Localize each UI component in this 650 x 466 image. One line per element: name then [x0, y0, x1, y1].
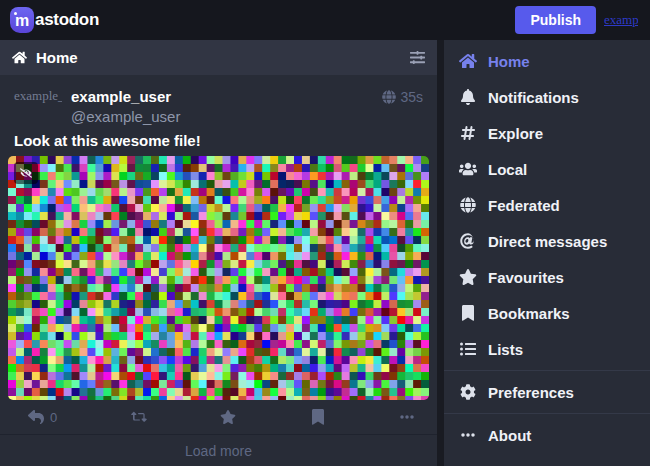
- sidebar-item-local[interactable]: Local: [444, 151, 650, 187]
- sidebar-item-explore[interactable]: Explore: [444, 115, 650, 151]
- sidebar-item-label: Lists: [488, 341, 523, 358]
- avatar[interactable]: example_user: [14, 88, 62, 126]
- ellipsis-icon: [459, 427, 477, 443]
- bookmark-icon: [310, 409, 326, 425]
- status[interactable]: example_user example_user @example_user …: [0, 75, 437, 434]
- logo-letter: m: [15, 13, 29, 29]
- star-icon: [459, 269, 477, 285]
- sidebar-item-label: Notifications: [488, 89, 579, 106]
- reply-icon: [28, 409, 44, 425]
- bookmark-icon: [459, 305, 477, 321]
- sidebar-item-label: Home: [488, 53, 530, 70]
- home-icon: [12, 50, 27, 65]
- gear-icon: [459, 384, 477, 400]
- publish-button[interactable]: Publish: [515, 6, 596, 34]
- hashtag-icon: [459, 125, 477, 141]
- media-attachment[interactable]: [8, 156, 429, 400]
- sidebar-item-label: About: [488, 427, 531, 444]
- sidebar-item-federated[interactable]: Federated: [444, 187, 650, 223]
- sidebar-item-label: Federated: [488, 197, 560, 214]
- sidebar-item-about[interactable]: About: [444, 417, 650, 453]
- main-layout: Home example_user example_user @example_…: [0, 40, 650, 466]
- eye-slash-icon: [20, 167, 32, 179]
- sidebar-item-label: Local: [488, 161, 527, 178]
- boost-button[interactable]: [131, 409, 147, 425]
- globe-visibility-icon: [382, 90, 396, 104]
- status-names: example_user @example_user: [71, 88, 373, 126]
- sidebar-item-label: Preferences: [488, 384, 574, 401]
- sidebar-divider: [444, 413, 650, 414]
- bookmark-button[interactable]: [310, 409, 326, 425]
- sidebar-item-bookmarks[interactable]: Bookmarks: [444, 295, 650, 331]
- home-column: Home example_user example_user @example_…: [0, 40, 437, 466]
- load-more-button[interactable]: Load more: [0, 434, 437, 466]
- status-action-bar: 0: [14, 400, 423, 434]
- sidebar-item-preferences[interactable]: Preferences: [444, 374, 650, 410]
- favourite-button[interactable]: [220, 409, 236, 425]
- noise-image-canvas: [8, 156, 429, 400]
- hide-media-button[interactable]: [14, 162, 38, 184]
- home-icon: [459, 53, 477, 69]
- mastodon-logo[interactable]: m astodon: [10, 7, 99, 33]
- users-icon: [459, 161, 477, 177]
- account-link[interactable]: examp: [604, 12, 638, 28]
- reply-count: 0: [50, 410, 57, 425]
- sidebar-item-label: Favourites: [488, 269, 564, 286]
- bell-icon: [459, 89, 477, 105]
- sidebar-item-direct-messages[interactable]: Direct messages: [444, 223, 650, 259]
- sidebar-divider: [444, 370, 650, 371]
- column-title: Home: [36, 49, 78, 66]
- sidebar-item-notifications[interactable]: Notifications: [444, 79, 650, 115]
- display-name[interactable]: example_user: [71, 88, 373, 105]
- brand-wordmark: astodon: [35, 10, 99, 30]
- status-text: Look at this awesome file!: [14, 131, 423, 151]
- sidebar-item-label: Direct messages: [488, 233, 607, 250]
- ellipsis-icon: [399, 409, 415, 425]
- navigation-panel: Home Notifications Explore Local Federat…: [444, 40, 650, 466]
- sidebar-item-label: Explore: [488, 125, 543, 142]
- reply-button[interactable]: 0: [28, 409, 57, 425]
- sliders-icon: [410, 50, 425, 65]
- column-settings-button[interactable]: [410, 50, 425, 65]
- star-icon: [220, 409, 236, 425]
- sidebar-item-favourites[interactable]: Favourites: [444, 259, 650, 295]
- list-icon: [459, 341, 477, 357]
- column-header[interactable]: Home: [0, 40, 437, 75]
- sidebar-item-home[interactable]: Home: [444, 43, 650, 79]
- top-bar: m astodon Publish examp: [0, 0, 650, 40]
- mastodon-elephant-icon: m: [10, 7, 34, 33]
- status-timestamp[interactable]: 35s: [382, 89, 423, 105]
- sidebar-item-lists[interactable]: Lists: [444, 331, 650, 367]
- sidebar-item-label: Bookmarks: [488, 305, 570, 322]
- at-icon: [459, 233, 477, 249]
- more-button[interactable]: [399, 409, 415, 425]
- account-handle: @example_user: [71, 108, 373, 125]
- globe-icon: [459, 197, 477, 213]
- timestamp-text: 35s: [400, 89, 423, 105]
- status-header: example_user example_user @example_user …: [14, 88, 423, 126]
- boost-icon: [131, 409, 147, 425]
